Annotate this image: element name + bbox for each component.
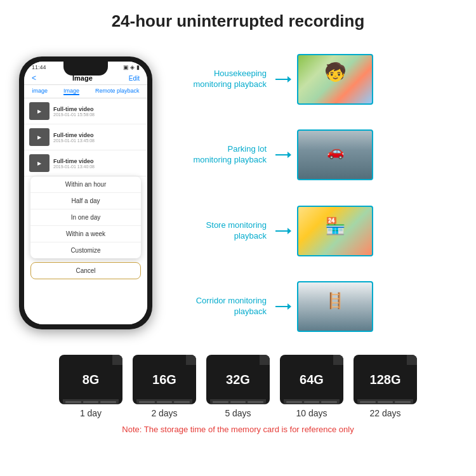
page-header: 24-hour uninterrupted recording — [0, 0, 476, 37]
video-info: Full-time video 2019-01-01 13:45:08 — [53, 132, 142, 143]
sd-card-days-64g: 10 days — [296, 408, 327, 418]
notch-line — [248, 401, 263, 403]
tab-remote-playback[interactable]: Remote playback — [95, 88, 140, 95]
sd-section: 8G 1 day 16G 2 days — [0, 348, 476, 418]
monitoring-row-parking: Parking lotmonitoring playback — [165, 129, 463, 180]
sd-card-notch — [357, 399, 413, 404]
page-title: 24-hour uninterrupted recording — [13, 11, 463, 31]
arrow-connector — [275, 79, 288, 80]
phone-video-list: Full-time video 2019-01-01 15:58:08 Full… — [24, 98, 147, 324]
dropdown-item-half-day[interactable]: Half a day — [30, 193, 141, 209]
tab-image-active[interactable]: Image — [63, 88, 79, 95]
sd-card-item-32g: 32G 5 days — [206, 355, 270, 418]
video-info: Full-time video 2019-01-01 15:58:08 — [53, 106, 142, 117]
phone-screen: 11:44 ▣ ◈ ▮ < Image Edit image Image Rem… — [24, 62, 147, 324]
monitoring-image-store — [297, 206, 373, 256]
note-text: Note: The storage time of the memory car… — [122, 425, 354, 434]
notch-line — [321, 401, 337, 403]
monitoring-image-housekeeping — [297, 54, 373, 105]
monitoring-label-store: Store monitoringplayback — [165, 220, 267, 242]
notch-line — [83, 401, 99, 403]
sd-card-days-128g: 22 days — [369, 408, 400, 418]
arrow-line — [275, 306, 288, 307]
arrow-connector — [275, 306, 288, 307]
dropdown-item-week[interactable]: Within a week — [30, 226, 141, 242]
list-item[interactable]: Full-time video 2019-01-01 15:58:08 — [24, 98, 147, 124]
dropdown-item-within-hour[interactable]: Within an hour — [30, 176, 141, 193]
sd-card-8g: 8G — [59, 355, 122, 404]
sd-card-item-64g: 64G 10 days — [280, 355, 343, 418]
sd-card-size-128g: 128G — [370, 373, 401, 387]
phone-tab-bar: image Image Remote playback — [24, 85, 147, 98]
sd-card-notch — [210, 399, 266, 404]
notch-line — [378, 401, 393, 403]
arrow-line — [275, 154, 288, 155]
monitoring-image-corridor — [297, 281, 373, 332]
notch-line — [286, 401, 302, 403]
sd-card-days-8g: 1 day — [80, 408, 102, 418]
sd-card-size-16g: 16G — [152, 373, 176, 387]
notch-line — [139, 401, 155, 403]
phone-container: 11:44 ▣ ◈ ▮ < Image Edit image Image Rem… — [13, 37, 159, 348]
right-panel: Housekeepingmonitoring playback Parking … — [165, 37, 463, 348]
video-thumbnail — [29, 154, 50, 172]
dropdown-item-customize[interactable]: Customize — [30, 242, 141, 258]
notch-line — [174, 401, 190, 403]
arrow-line — [275, 230, 288, 232]
sd-card-item-8g: 8G 1 day — [59, 355, 122, 418]
phone-edit-button[interactable]: Edit — [129, 75, 140, 82]
monitoring-row-corridor: Corridor monitoringplayback — [165, 281, 463, 332]
video-date: 2019-01-01 13:40:08 — [53, 164, 142, 169]
video-thumbnail — [29, 102, 50, 120]
list-item[interactable]: Full-time video 2019-01-01 13:40:08 — [24, 150, 147, 176]
phone-mockup: 11:44 ▣ ◈ ▮ < Image Edit image Image Rem… — [19, 56, 152, 329]
notch-line — [230, 401, 246, 403]
monitoring-label-housekeeping: Housekeepingmonitoring playback — [165, 69, 267, 90]
video-info: Full-time video 2019-01-01 13:40:08 — [53, 158, 142, 169]
tab-image[interactable]: image — [32, 88, 48, 95]
sd-card-32g: 32G — [206, 355, 270, 404]
sd-card-128g: 128G — [354, 355, 417, 404]
phone-signal: ▣ ◈ ▮ — [123, 64, 140, 70]
sd-card-item-16g: 16G 2 days — [133, 355, 196, 418]
arrow-line — [275, 79, 288, 80]
sd-card-size-32g: 32G — [226, 373, 250, 387]
video-date: 2019-01-01 13:45:08 — [53, 138, 142, 143]
notch-line — [395, 401, 411, 403]
sd-card-notch — [284, 399, 340, 404]
list-item[interactable]: Full-time video 2019-01-01 13:45:08 — [24, 124, 147, 150]
notch-line — [213, 401, 228, 403]
monitoring-label-corridor: Corridor monitoringplayback — [165, 296, 267, 317]
sd-card-size-64g: 64G — [300, 373, 324, 387]
notch-line — [157, 401, 173, 403]
notch-line — [100, 401, 116, 403]
dropdown-item-one-day[interactable]: In one day — [30, 209, 141, 226]
sd-card-item-128g: 128G 22 days — [354, 355, 417, 418]
monitoring-image-parking — [297, 129, 373, 180]
note-section: Note: The storage time of the memory car… — [0, 418, 476, 435]
sd-card-16g: 16G — [133, 355, 196, 404]
monitoring-row-store: Store monitoringplayback — [165, 206, 463, 256]
arrow-connector — [275, 230, 288, 232]
sd-card-size-8g: 8G — [83, 373, 100, 387]
sd-card-64g: 64G — [280, 355, 343, 404]
video-date: 2019-01-01 15:58:08 — [53, 112, 142, 117]
main-content: 11:44 ▣ ◈ ▮ < Image Edit image Image Rem… — [0, 37, 476, 348]
phone-cancel-button[interactable]: Cancel — [30, 262, 141, 279]
notch-line — [65, 401, 81, 403]
arrow-connector — [275, 154, 288, 155]
notch-line — [360, 401, 376, 403]
notch-line — [304, 401, 320, 403]
sd-card-notch — [136, 399, 192, 404]
video-title: Full-time video — [53, 106, 142, 112]
phone-back-button[interactable]: < — [32, 74, 36, 83]
monitoring-label-parking: Parking lotmonitoring playback — [165, 144, 267, 166]
video-title: Full-time video — [53, 132, 142, 138]
sd-card-notch — [63, 399, 119, 404]
video-thumbnail — [29, 128, 50, 146]
sd-cards-row: 8G 1 day 16G 2 days — [6, 355, 470, 418]
sd-card-days-32g: 5 days — [225, 408, 251, 418]
monitoring-row-housekeeping: Housekeepingmonitoring playback — [165, 54, 463, 105]
phone-time: 11:44 — [32, 64, 46, 70]
video-title: Full-time video — [53, 158, 142, 164]
